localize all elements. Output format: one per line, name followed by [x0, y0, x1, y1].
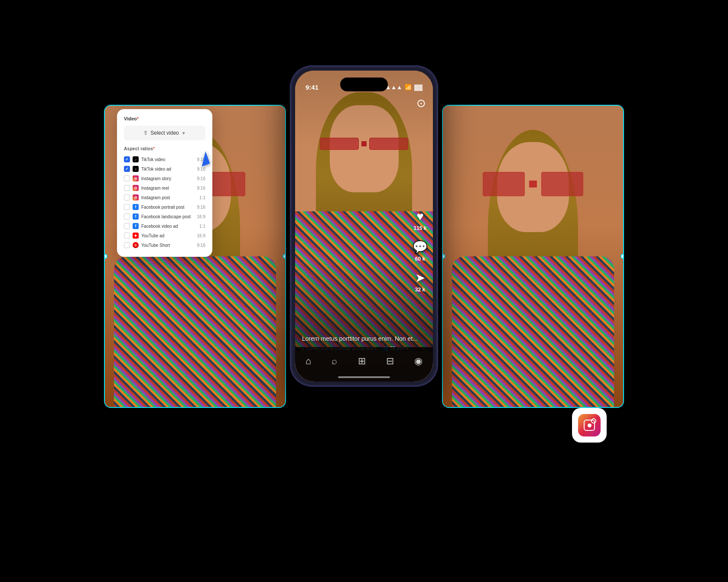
main-scene: 9:41 ▲▲▲ 📶 ▓▓ ⊙ ♥ 115 k 💬 60 k — [104, 53, 624, 529]
battery-icon: ▓▓ — [414, 84, 422, 91]
aspect-item-name: Facebook landscape post — [141, 214, 195, 219]
figure-sweater — [114, 256, 276, 407]
aspect-item-ratio: 9:16 — [197, 205, 205, 210]
share-icon: ➤ — [415, 271, 425, 285]
list-item[interactable]: ♪ TikTok video 9:16 — [124, 155, 205, 164]
resize-handle-r-br[interactable] — [621, 404, 624, 408]
checkbox-youtube-ad[interactable] — [124, 233, 130, 239]
home-indicator — [338, 376, 390, 378]
status-icons: ▲▲▲ 📶 ▓▓ — [385, 84, 422, 91]
home-nav-icon[interactable]: ⌂ — [306, 356, 311, 367]
heart-icon: ♥ — [416, 210, 424, 223]
inbox-nav-icon[interactable]: ⊟ — [386, 356, 394, 367]
aspect-ratio-dropdown: Video* ⇧ Select video ▼ Aspect ratios* ♪… — [117, 109, 212, 257]
instagram-icon: ◎ — [133, 185, 139, 191]
youtube-shorts-icon: S — [133, 242, 139, 248]
phone-screen: 9:41 ▲▲▲ 📶 ▓▓ ⊙ ♥ 115 k 💬 60 k — [295, 71, 433, 382]
aspect-item-name: Instagram reel — [141, 186, 195, 191]
checkbox-instagram-reel[interactable] — [124, 185, 130, 191]
checkbox-tiktok-video[interactable] — [124, 156, 130, 162]
select-video-button[interactable]: ⇧ Select video ▼ — [124, 126, 205, 140]
list-item[interactable]: ♪ TikTok video ad 9:16 — [124, 164, 205, 174]
aspect-item-ratio: 16:9 — [197, 233, 205, 238]
list-item[interactable]: ◎ Instagram reel 9:16 — [124, 183, 205, 193]
comment-action[interactable]: 💬 60 k — [413, 240, 428, 262]
aspect-ratios-label: Aspect ratios* — [124, 146, 205, 151]
list-item[interactable]: ◎ Instagram post 1:1 — [124, 193, 205, 202]
aspect-item-name: Instagram post — [141, 195, 197, 200]
instagram-center-dot — [588, 424, 592, 427]
aspect-item-name: Instagram story — [141, 176, 195, 181]
checkbox-facebook-landscape[interactable] — [124, 213, 130, 220]
checkbox-facebook-portrait[interactable] — [124, 204, 130, 210]
tiktok-icon: ♪ — [133, 166, 139, 172]
list-item[interactable]: f Facebook video ad 1:1 — [124, 221, 205, 231]
aspect-item-ratio: 9:16 — [197, 167, 205, 171]
list-item[interactable]: ◎ Instagram story 9:16 — [124, 174, 205, 183]
dynamic-island — [340, 78, 388, 91]
resize-handle-r-mr[interactable] — [621, 254, 624, 259]
search-nav-icon[interactable]: ⌕ — [332, 356, 337, 367]
share-count: 32 k — [415, 287, 425, 293]
list-item[interactable]: ▶ YouTube ad 16:9 — [124, 231, 205, 240]
list-item[interactable]: f Facebook landscape post 16:9 — [124, 212, 205, 221]
instagram-icon: ◎ — [133, 194, 139, 200]
right-fashion-photo — [443, 106, 623, 407]
comment-count: 60 k — [415, 256, 425, 262]
checkbox-instagram-story[interactable] — [124, 175, 130, 181]
aspect-item-ratio: 9:16 — [197, 176, 205, 181]
camera-icon[interactable]: ⊙ — [416, 97, 426, 110]
aspect-item-name: Facebook video ad — [141, 224, 197, 229]
resize-handle-mr[interactable] — [283, 254, 286, 259]
right-panel — [442, 105, 624, 408]
like-count: 115 k — [413, 225, 426, 231]
aspect-item-name: YouTube Short — [141, 243, 195, 248]
share-action[interactable]: ➤ 32 k — [415, 271, 425, 293]
instagram-icon: ◎ — [133, 175, 139, 181]
wifi-icon: 📶 — [405, 84, 412, 91]
tiktok-sidebar: ♥ 115 k 💬 60 k ➤ 32 k — [413, 210, 428, 293]
upload-icon: ⇧ — [143, 130, 148, 136]
aspect-item-ratio: 1:1 — [199, 224, 205, 229]
glasses-bridge-r — [529, 181, 537, 188]
instagram-app-icon — [578, 414, 601, 436]
instagram-badge — [572, 408, 607, 443]
checkbox-youtube-short[interactable] — [124, 242, 130, 248]
aspect-item-ratio: 9:16 — [197, 243, 205, 248]
aspect-item-ratio: 16:9 — [197, 214, 205, 219]
signal-icon: ▲▲▲ — [385, 84, 402, 91]
aspect-item-ratio: 1:1 — [199, 195, 205, 200]
list-item[interactable]: S YouTube Short 9:16 — [124, 240, 205, 250]
tiktok-icon: ♪ — [133, 156, 139, 162]
facebook-icon: f — [133, 204, 139, 210]
figure-glasses-r — [483, 172, 584, 196]
glasses-right-r — [541, 172, 584, 196]
like-action[interactable]: ♥ 115 k — [413, 210, 426, 231]
aspect-item-name: YouTube ad — [141, 233, 195, 238]
checkbox-tiktok-video-ad[interactable] — [124, 166, 130, 172]
checkbox-instagram-post[interactable] — [124, 194, 130, 200]
checkbox-facebook-video-ad[interactable] — [124, 223, 130, 229]
add-nav-icon[interactable]: ⊞ — [358, 356, 366, 367]
resize-handle-br[interactable] — [283, 404, 286, 408]
smartphone: 9:41 ▲▲▲ 📶 ▓▓ ⊙ ♥ 115 k 💬 60 k — [290, 66, 438, 386]
comment-icon: 💬 — [413, 240, 428, 254]
video-section-label: Video* — [124, 116, 205, 121]
youtube-icon: ▶ — [133, 233, 139, 239]
dropdown-chevron-icon: ▼ — [182, 131, 186, 136]
select-video-label: Select video — [150, 130, 179, 136]
profile-nav-icon[interactable]: ◉ — [414, 356, 422, 367]
facebook-icon: f — [133, 223, 139, 229]
aspect-item-name: TikTok video — [141, 157, 195, 162]
glasses-left-r — [483, 172, 525, 196]
status-time: 9:41 — [306, 84, 318, 91]
aspect-item-ratio: 9:16 — [197, 186, 205, 191]
figure-sweater-r — [452, 256, 614, 407]
aspect-item-name: Facebook portrait post — [141, 205, 195, 210]
aspect-item-name: TikTok video ad — [141, 167, 195, 171]
list-item[interactable]: f Facebook portrait post 9:16 — [124, 202, 205, 212]
facebook-icon: f — [133, 213, 139, 220]
caption: Lorem metus porttitor purus enim. Non et… — [302, 335, 426, 342]
